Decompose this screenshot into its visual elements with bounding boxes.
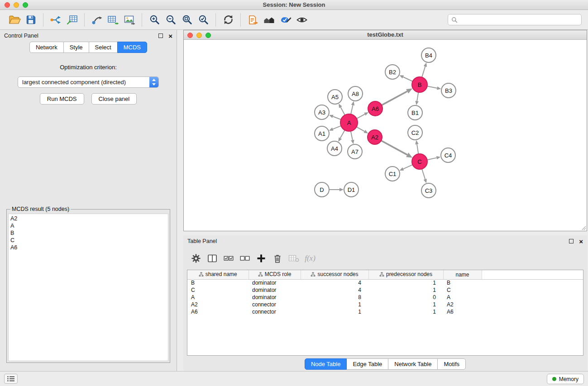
float-panel-icon[interactable] (569, 239, 574, 243)
graph-node-A[interactable]: A (340, 114, 358, 131)
first-neighbors-button[interactable] (245, 12, 261, 28)
graph-node-B2[interactable]: B2 (385, 65, 400, 79)
mcds-result-item[interactable]: C (10, 237, 168, 244)
graph-node-D[interactable]: D (315, 182, 329, 197)
graph-edge[interactable] (340, 130, 345, 138)
graph-edge[interactable] (351, 105, 353, 114)
graph-node-C1[interactable]: C1 (385, 167, 400, 181)
graph-edge[interactable] (422, 67, 425, 78)
delete-table-button[interactable] (287, 251, 301, 266)
table-cell[interactable]: A6 (187, 308, 249, 315)
graph-node-C2[interactable]: C2 (408, 125, 422, 140)
table-cell[interactable]: A (443, 294, 482, 301)
zoom-fit-button[interactable] (179, 12, 195, 28)
mcds-result-list[interactable]: A2ABCA6 (8, 214, 168, 361)
table-cell[interactable]: dominator (249, 294, 301, 301)
graph-node-A7[interactable]: A7 (348, 144, 362, 159)
zoom-out-button[interactable] (163, 12, 179, 28)
graph-node-C4[interactable]: C4 (441, 148, 455, 162)
deselect-all-button[interactable] (238, 251, 252, 266)
select-all-button[interactable] (221, 251, 236, 266)
graph-node-A5[interactable]: A5 (328, 90, 342, 104)
table-row[interactable]: A6connector11A6 (187, 308, 583, 315)
table-cell[interactable]: 8 (301, 294, 368, 301)
network-graph[interactable]: B4B2BB3A5A8A6B1A3AC2A1A2A4A7CC4C1C3DD1 (184, 40, 587, 231)
search-field[interactable] (448, 14, 582, 25)
table-cell[interactable]: 1 (368, 301, 443, 308)
graph-edge[interactable] (340, 107, 345, 115)
export-image-button[interactable] (121, 12, 138, 28)
mcds-result-item[interactable]: A6 (10, 244, 168, 251)
table-cell[interactable]: dominator (249, 279, 301, 286)
column-header-mcds-role[interactable]: MCDS role (249, 270, 301, 279)
function-builder-button[interactable]: f(x) (303, 251, 317, 266)
graph-node-B3[interactable]: B3 (441, 83, 456, 98)
save-session-button[interactable] (23, 12, 39, 28)
mcds-result-item[interactable]: A (10, 222, 168, 229)
table-cell[interactable]: B (187, 279, 249, 286)
refresh-button[interactable] (220, 12, 236, 28)
table-cell[interactable]: 1 (368, 308, 443, 315)
close-panel-icon[interactable]: × (168, 33, 172, 39)
network-canvas[interactable]: B4B2BB3A5A8A6B1A3AC2A1A2A4A7CC4C1C3DD1 (184, 40, 587, 231)
close-panel-button[interactable]: Close panel (91, 93, 137, 105)
table-cell[interactable]: 1 (368, 286, 443, 294)
table-row[interactable]: A2connector11A2 (187, 301, 583, 308)
run-mcds-button[interactable]: Run MCDS (40, 93, 84, 105)
graph-edge[interactable] (333, 116, 341, 119)
table-cell[interactable]: connector (249, 301, 301, 308)
tab-motifs[interactable]: Motifs (437, 358, 466, 370)
graph-edge[interactable] (417, 144, 419, 155)
table-cell[interactable]: A (187, 294, 249, 301)
table-cell[interactable]: C (187, 286, 249, 294)
table-row[interactable]: Adominator80A (187, 294, 583, 301)
column-header-shared-name[interactable]: shared name (187, 270, 249, 279)
import-network-button[interactable] (48, 12, 64, 28)
import-table-button[interactable] (64, 12, 80, 28)
show-hide-button[interactable] (294, 12, 310, 28)
mcds-result-item[interactable]: B (10, 229, 168, 237)
table-cell[interactable]: 1 (368, 279, 443, 286)
graph-node-D1[interactable]: D1 (344, 182, 359, 197)
table-cell[interactable]: connector (249, 308, 301, 315)
graph-edge[interactable] (351, 131, 353, 140)
column-visibility-button[interactable] (205, 251, 220, 266)
table-cell[interactable]: dominator (249, 286, 301, 294)
resize-grip-icon[interactable] (581, 225, 586, 230)
graph-node-B[interactable]: B (412, 77, 427, 92)
open-session-button[interactable] (6, 12, 23, 28)
table-cell[interactable]: A6 (443, 308, 482, 315)
mcds-result-item[interactable]: A2 (10, 215, 168, 222)
graph-node-A6[interactable]: A6 (368, 101, 382, 116)
table-cell[interactable]: A2 (443, 301, 482, 308)
search-input[interactable] (460, 16, 578, 23)
column-header-successor-nodes[interactable]: successor nodes (301, 270, 368, 279)
criterion-select[interactable]: largest connected component (directed) (18, 76, 159, 88)
graph-edge[interactable] (403, 77, 413, 81)
table-cell[interactable]: C (443, 286, 482, 294)
export-table-button[interactable] (105, 12, 121, 28)
add-row-button[interactable] (254, 251, 268, 266)
graph-node-A3[interactable]: A3 (315, 105, 329, 119)
table-row[interactable]: Cdominator41C (187, 286, 583, 294)
memory-button[interactable]: Memory (547, 374, 584, 384)
table-cell[interactable]: 4 (301, 286, 368, 294)
table-row[interactable]: Bdominator41B (187, 279, 583, 286)
graph-node-C3[interactable]: C3 (421, 183, 436, 198)
graph-edge[interactable] (422, 168, 425, 179)
table-cell[interactable]: A2 (187, 301, 249, 308)
graph-edge[interactable] (427, 158, 437, 160)
graph-node-A1[interactable]: A1 (315, 126, 329, 141)
table-cell[interactable]: 4 (301, 279, 368, 286)
table-cell[interactable]: B (443, 279, 482, 286)
tab-edge-table[interactable]: Edge Table (346, 358, 388, 370)
table-cell[interactable]: 1 (301, 308, 368, 315)
graph-node-C[interactable]: C (412, 154, 427, 169)
close-panel-icon[interactable]: × (579, 238, 583, 245)
tab-select[interactable]: Select (89, 42, 118, 53)
graph-edge[interactable] (356, 114, 365, 119)
graph-edge[interactable] (381, 91, 407, 105)
tab-network-table[interactable]: Network Table (388, 358, 438, 370)
graph-edge[interactable] (356, 127, 365, 131)
table-cell[interactable]: 1 (301, 301, 368, 308)
